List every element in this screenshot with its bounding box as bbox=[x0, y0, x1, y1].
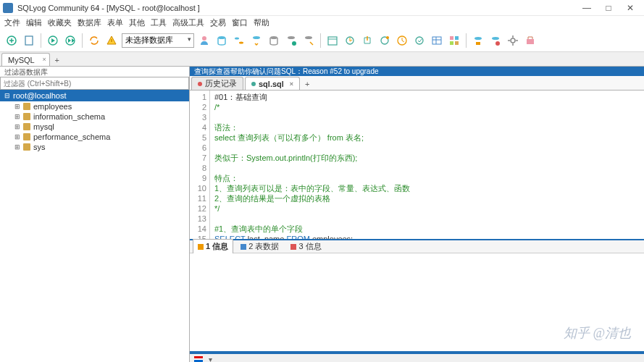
chevron-down-icon[interactable]: ▾ bbox=[209, 355, 212, 363]
connection-tab-bar: MySQL × + bbox=[0, 52, 644, 67]
svg-point-27 bbox=[511, 38, 515, 43]
minimize-button[interactable]: — bbox=[576, 1, 598, 15]
svg-point-4 bbox=[202, 36, 206, 41]
settings-icon[interactable] bbox=[506, 33, 520, 48]
connection-tab-label: MySQL bbox=[8, 56, 35, 64]
menu-item[interactable]: 帮助 bbox=[254, 17, 269, 28]
refresh-icon[interactable] bbox=[87, 33, 101, 48]
svg-point-26 bbox=[495, 41, 500, 46]
menu-item[interactable]: 数据库 bbox=[78, 17, 101, 28]
schedule-icon[interactable] bbox=[325, 33, 340, 48]
svg-rect-22 bbox=[455, 41, 459, 45]
export-icon[interactable] bbox=[343, 33, 357, 48]
msg-icon bbox=[290, 244, 296, 250]
sync-icon[interactable] bbox=[249, 33, 264, 48]
add-editor-tab-button[interactable]: + bbox=[301, 78, 313, 90]
editor-tab-bar: 历史记录 sql.sql × + bbox=[190, 76, 644, 90]
tab-sql-file[interactable]: sql.sql × bbox=[245, 77, 300, 90]
tab-history[interactable]: 历史记录 bbox=[191, 77, 243, 90]
main-toolbar bbox=[0, 29, 644, 52]
flag-icon bbox=[194, 356, 203, 362]
tree-db-node[interactable]: information_schema bbox=[0, 111, 189, 122]
db-icon-3[interactable] bbox=[284, 33, 298, 48]
svg-rect-19 bbox=[450, 36, 453, 40]
import-icon[interactable] bbox=[360, 33, 375, 48]
svg-point-5 bbox=[218, 36, 225, 39]
clock-icon[interactable] bbox=[395, 33, 409, 48]
add-connection-button[interactable]: + bbox=[51, 54, 63, 66]
svg-point-10 bbox=[288, 36, 295, 39]
visual-icon-2[interactable] bbox=[488, 33, 503, 48]
tree-root-connection[interactable]: root@localhost bbox=[0, 90, 189, 101]
compare-icon[interactable] bbox=[232, 33, 246, 48]
new-connection-icon[interactable] bbox=[4, 33, 19, 48]
history-icon bbox=[198, 82, 202, 86]
tool-icon-2[interactable] bbox=[412, 33, 427, 48]
database-selector-wrap bbox=[122, 33, 194, 48]
window-title: SQLyog Community 64 - [MySQL - root@loca… bbox=[17, 4, 576, 12]
tree-db-node[interactable]: sys bbox=[0, 142, 189, 152]
info-icon bbox=[198, 244, 204, 250]
svg-point-9 bbox=[270, 36, 277, 39]
close-button[interactable]: ✕ bbox=[619, 1, 641, 15]
menu-item[interactable]: 其他 bbox=[129, 17, 145, 28]
tree-db-node[interactable]: performance_schema bbox=[0, 132, 189, 142]
database-icon bbox=[23, 123, 30, 130]
execute-icon[interactable] bbox=[46, 33, 60, 48]
db-icon-1[interactable] bbox=[214, 33, 229, 48]
menu-item[interactable]: 表单 bbox=[107, 17, 123, 28]
upgrade-banner[interactable]: 查询探查器帮助你确认问题SQL：Reason #52 to upgrade bbox=[190, 67, 644, 76]
user-icon[interactable] bbox=[197, 33, 212, 48]
tool-icon-1[interactable] bbox=[377, 33, 392, 48]
title-bar: SQLyog Community 64 - [MySQL - root@loca… bbox=[0, 0, 644, 16]
svg-rect-21 bbox=[450, 41, 453, 45]
build-icon[interactable] bbox=[523, 33, 538, 48]
table-icon[interactable] bbox=[430, 33, 444, 48]
maximize-button[interactable]: □ bbox=[598, 1, 619, 15]
connection-tab-mysql[interactable]: MySQL × bbox=[1, 53, 50, 66]
database-icon bbox=[23, 143, 30, 151]
visual-icon-1[interactable] bbox=[471, 33, 485, 48]
result-tab-tabledata[interactable]: 2 表数据 bbox=[236, 240, 283, 253]
database-icon bbox=[23, 113, 30, 120]
new-query-icon[interactable] bbox=[22, 33, 36, 48]
database-selector[interactable] bbox=[122, 33, 194, 48]
db-icon-2[interactable] bbox=[267, 33, 281, 48]
execute-all-icon[interactable] bbox=[63, 33, 78, 48]
tree-db-node[interactable]: mysql bbox=[0, 122, 189, 132]
table-data-icon bbox=[241, 244, 246, 250]
svg-point-11 bbox=[292, 41, 296, 46]
menu-item[interactable]: 交易 bbox=[210, 17, 226, 28]
svg-rect-28 bbox=[527, 39, 534, 44]
result-tab-msg[interactable]: 3 信息 bbox=[286, 240, 325, 253]
tree-db-node[interactable]: employees bbox=[0, 101, 189, 111]
bottom-strip: ▾ bbox=[190, 354, 644, 362]
filter-input[interactable] bbox=[0, 77, 189, 90]
warning-icon[interactable] bbox=[104, 33, 119, 48]
file-icon bbox=[251, 82, 256, 86]
editor-panel: 查询探查器帮助你确认问题SQL：Reason #52 to upgrade 历史… bbox=[190, 67, 644, 362]
filter-label: 过滤器数据库 bbox=[0, 67, 189, 77]
svg-point-25 bbox=[492, 37, 499, 40]
code-area[interactable]: #01：基础查询/* 语法：select 查询列表（可以有多个） from 表名… bbox=[210, 90, 644, 239]
menu-item[interactable]: 编辑 bbox=[26, 17, 42, 28]
svg-rect-20 bbox=[455, 36, 459, 40]
svg-point-7 bbox=[239, 41, 243, 43]
menu-item[interactable]: 文件 bbox=[4, 17, 20, 28]
close-icon[interactable]: × bbox=[42, 56, 46, 63]
result-area bbox=[190, 253, 644, 351]
menu-item[interactable]: 窗口 bbox=[232, 17, 248, 28]
menu-bar: 文件编辑收藏夹数据库表单其他工具高级工具交易窗口帮助 bbox=[0, 16, 644, 29]
menu-item[interactable]: 工具 bbox=[151, 17, 167, 28]
result-tab-info[interactable]: 1 信息 bbox=[193, 239, 233, 254]
database-tree[interactable]: root@localhost employeesinformation_sche… bbox=[0, 90, 189, 362]
grid-icon[interactable] bbox=[447, 33, 461, 48]
close-icon[interactable]: × bbox=[290, 80, 293, 88]
svg-point-17 bbox=[416, 37, 423, 44]
menu-item[interactable]: 高级工具 bbox=[172, 17, 204, 28]
svg-rect-24 bbox=[476, 42, 480, 45]
sql-editor[interactable]: 123456789101112131415161718192021222324 … bbox=[190, 90, 644, 239]
svg-point-23 bbox=[474, 37, 482, 40]
menu-item[interactable]: 收藏夹 bbox=[48, 17, 72, 28]
db-icon-4[interactable] bbox=[301, 33, 316, 48]
